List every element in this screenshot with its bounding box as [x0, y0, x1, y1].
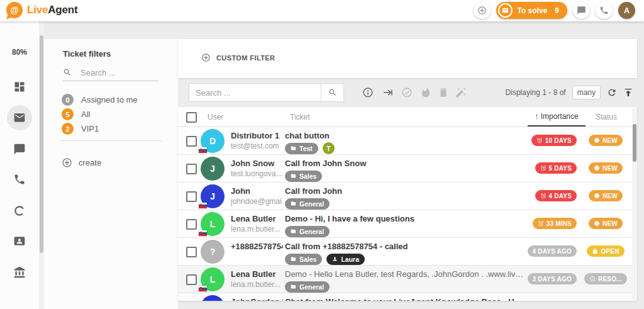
- filter-search[interactable]: [63, 64, 158, 81]
- avatar: L: [201, 267, 225, 291]
- dashboard-icon: [13, 81, 26, 93]
- ticket-toolbar: Displaying 1 - 8 of many: [178, 78, 637, 107]
- spam-button[interactable]: [420, 87, 431, 98]
- filter-item[interactable]: 5 All: [62, 108, 169, 121]
- row-checkbox[interactable]: [186, 191, 197, 202]
- user-name: +18882578754: [231, 242, 283, 251]
- row-checkbox[interactable]: [186, 136, 197, 147]
- sidebar-item-calls[interactable]: [7, 167, 32, 192]
- sidebar-item-contacts[interactable]: [7, 228, 32, 254]
- user-email: johndoe@gmai...: [231, 197, 283, 206]
- ticket-search-input[interactable]: [189, 84, 321, 101]
- avatar: ?: [201, 240, 225, 264]
- filter-item[interactable]: 0 Assigned to me: [62, 93, 169, 106]
- profile-avatar-button[interactable]: A: [618, 2, 635, 19]
- column-importance[interactable]: ↑ Importance: [528, 107, 586, 126]
- chats-button[interactable]: [573, 2, 590, 19]
- alarm-icon: [538, 220, 544, 227]
- rail-scrollbar[interactable]: [39, 23, 44, 309]
- lock-icon: [592, 248, 598, 254]
- agent-initial-badge: T: [323, 142, 335, 154]
- status-badge: NEW: [589, 135, 623, 146]
- displaying-text: Displaying 1 - 8 of: [506, 88, 566, 97]
- column-ticket[interactable]: Ticket: [290, 113, 310, 121]
- add-button[interactable]: [474, 2, 491, 19]
- sidebar-item-tickets[interactable]: [7, 105, 32, 130]
- rail-scrollbar-thumb[interactable]: [40, 35, 43, 253]
- logo-bubble-icon: @: [6, 2, 23, 18]
- avatar: J: [201, 157, 225, 181]
- table-row[interactable]: L Lena Butler lena.m.butler... Demo - Hi…: [178, 210, 637, 238]
- table-row[interactable]: D Distributor 1 test@test.com chat butto…: [178, 127, 637, 155]
- tickets-mail-icon: [13, 111, 26, 124]
- calls-button[interactable]: [596, 2, 613, 19]
- plus-circle-icon: [477, 6, 487, 15]
- sidebar-item-dashboard[interactable]: [7, 74, 32, 99]
- actions-button[interactable]: [455, 87, 467, 98]
- ticket-subject: chat button: [285, 131, 525, 140]
- tag-folder: Sales: [285, 171, 322, 182]
- ticket-filters-panel: Ticket filters 0 Assigned to me 5 All 2 …: [44, 39, 178, 309]
- column-status[interactable]: Status: [584, 113, 628, 121]
- sidebar-item-company[interactable]: [7, 260, 32, 285]
- circle-icon: [13, 205, 26, 217]
- filter-label: All: [81, 110, 90, 119]
- row-checkbox[interactable]: [186, 274, 197, 285]
- select-all-checkbox[interactable]: [186, 112, 197, 123]
- tag-person: Laura: [326, 254, 365, 265]
- ticket-rows: D Distributor 1 test@test.com chat butto…: [178, 127, 637, 301]
- ticket-subject: Demo - Hi, I have a few questions: [285, 214, 525, 223]
- folder-icon: [291, 201, 296, 206]
- refresh-button[interactable]: [607, 87, 617, 98]
- user-name: Distributor 1: [231, 131, 283, 140]
- scroll-top-button[interactable]: [623, 87, 633, 98]
- search-icon: [63, 68, 72, 77]
- info-icon: [362, 87, 374, 98]
- folder-icon: [291, 256, 296, 262]
- transfer-button[interactable]: [382, 87, 394, 98]
- sort-arrow-icon: ↑: [535, 112, 538, 121]
- filter-search-input[interactable]: [79, 67, 152, 78]
- search-button[interactable]: [321, 84, 343, 101]
- count-box[interactable]: many: [572, 86, 601, 99]
- to-solve-count: 9: [555, 6, 559, 15]
- delete-button[interactable]: [438, 87, 449, 98]
- table-scrollbar-thumb[interactable]: [633, 124, 636, 162]
- table-row[interactable]: J John johndoe@gmai... Call from John Ge…: [178, 183, 637, 210]
- custom-filter-button[interactable]: CUSTOM FILTER: [201, 53, 275, 62]
- search-icon: [328, 88, 337, 97]
- table-scrollbar[interactable]: [632, 108, 637, 300]
- importance-badge: 3 DAYS AGO: [528, 273, 577, 284]
- row-checkbox[interactable]: [186, 247, 197, 257]
- tag-folder: General: [285, 198, 330, 210]
- table-row[interactable]: J JohnGordon H... Chat from Welcome to y…: [178, 293, 637, 301]
- slovakia-flag-icon: [199, 147, 207, 153]
- main-content: CUSTOM FILTER Displaying 1 - 8 of many U…: [178, 21, 637, 309]
- top-header: @ LiveAgent To solve 9 A: [0, 0, 644, 21]
- info-button[interactable]: [362, 87, 374, 98]
- ticket-subject: Demo - Hello Lena Butler, test Regards, …: [285, 269, 525, 279]
- checkc-icon: [589, 276, 596, 282]
- sidebar-item-chats[interactable]: [7, 137, 32, 162]
- burst-icon: [594, 193, 600, 199]
- to-solve-button[interactable]: To solve 9: [496, 2, 567, 19]
- column-user[interactable]: User: [208, 113, 223, 121]
- resolve-button[interactable]: [401, 87, 413, 98]
- divider: [60, 140, 162, 141]
- avatar: L: [201, 212, 225, 236]
- burst-icon: [594, 165, 600, 171]
- alarm-icon: [540, 193, 547, 199]
- ticket-subject: Call from +18882578754 - called: [285, 242, 525, 251]
- table-row[interactable]: J John Snow test.luongova... Call from J…: [178, 155, 637, 183]
- create-filter-button[interactable]: create: [62, 157, 101, 168]
- row-checkbox[interactable]: [186, 164, 197, 174]
- filter-item[interactable]: 2 VIP1: [62, 122, 169, 135]
- filter-count-badge: 2: [62, 123, 74, 135]
- sidebar-item-social[interactable]: [7, 198, 32, 223]
- table-row[interactable]: L Lena Butler lena.m.butler... Demo - He…: [178, 266, 637, 293]
- filter-list: 0 Assigned to me 5 All 2 VIP1: [62, 93, 169, 137]
- table-row[interactable]: ? +18882578754 Call from +18882578754 - …: [178, 238, 637, 266]
- avatar: D: [201, 129, 225, 153]
- row-checkbox[interactable]: [186, 219, 197, 230]
- user-email: test@test.com: [231, 142, 283, 150]
